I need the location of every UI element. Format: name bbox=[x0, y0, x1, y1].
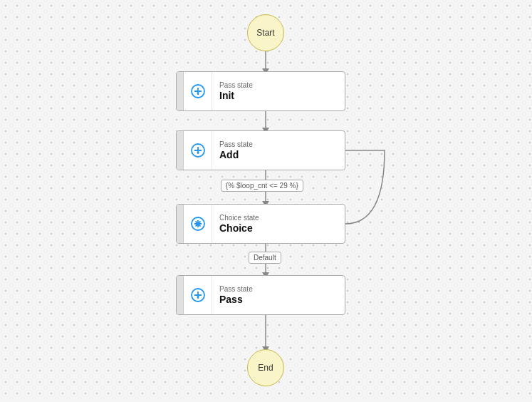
pass-icon bbox=[189, 287, 207, 304]
state-name: Choice bbox=[219, 222, 338, 234]
default-label: Default bbox=[249, 252, 281, 264]
state-sidebar bbox=[177, 205, 184, 243]
pass-icon-area bbox=[184, 131, 212, 170]
loop-condition-label: {% $loop_cnt <= 29 %} bbox=[221, 180, 303, 192]
state-text-area: Choice state Choice bbox=[212, 210, 345, 238]
state-choice[interactable]: Choice state Choice bbox=[176, 204, 345, 244]
loop-condition-text: {% $loop_cnt <= 29 %} bbox=[226, 182, 298, 190]
end-node: End bbox=[247, 349, 284, 386]
state-sidebar bbox=[177, 72, 184, 110]
end-label: End bbox=[258, 363, 273, 373]
state-name: Init bbox=[219, 90, 338, 101]
diagram-container: Start Pass state Init bbox=[0, 0, 532, 402]
state-name: Pass bbox=[219, 294, 338, 305]
choice-icon bbox=[189, 215, 207, 232]
svg-marker-27 bbox=[197, 297, 199, 299]
state-type: Pass state bbox=[219, 285, 338, 293]
pass-icon bbox=[189, 142, 207, 159]
state-name: Add bbox=[219, 149, 338, 160]
state-add[interactable]: Pass state Add bbox=[176, 130, 345, 170]
svg-marker-18 bbox=[197, 152, 199, 154]
state-type: Pass state bbox=[219, 81, 338, 89]
svg-marker-14 bbox=[197, 93, 199, 95]
state-text-area: Pass state Add bbox=[212, 136, 345, 165]
state-type: Pass state bbox=[219, 140, 338, 148]
default-label-text: Default bbox=[254, 254, 276, 262]
state-init[interactable]: Pass state Init bbox=[176, 71, 345, 111]
start-label: Start bbox=[256, 28, 274, 38]
choice-icon-area bbox=[184, 205, 212, 243]
start-node: Start bbox=[247, 14, 284, 51]
state-text-area: Pass state Init bbox=[212, 77, 345, 105]
arrows-svg bbox=[0, 0, 532, 402]
state-sidebar bbox=[177, 276, 184, 314]
state-pass[interactable]: Pass state Pass bbox=[176, 275, 345, 315]
state-text-area: Pass state Pass bbox=[212, 281, 345, 309]
state-sidebar bbox=[177, 131, 184, 170]
pass-icon-area bbox=[184, 276, 212, 314]
state-type: Choice state bbox=[219, 214, 338, 222]
pass-icon bbox=[189, 83, 207, 100]
pass-icon-area bbox=[184, 72, 212, 110]
